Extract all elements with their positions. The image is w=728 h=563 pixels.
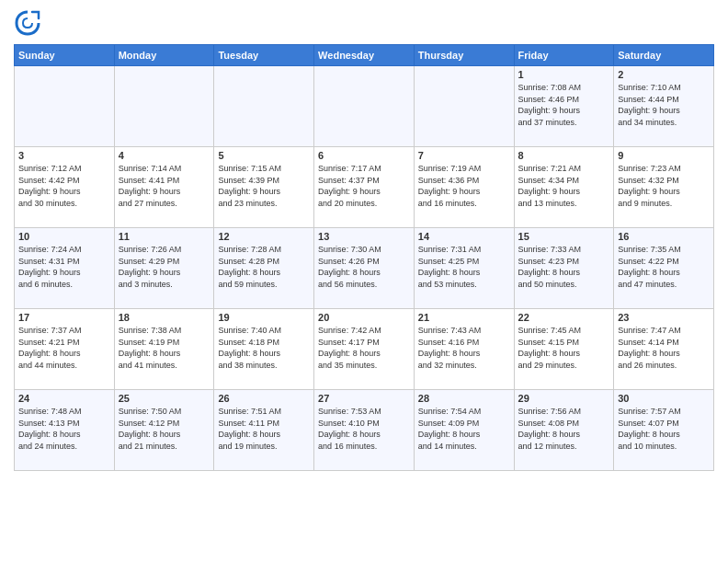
calendar-cell: 10Sunrise: 7:24 AM Sunset: 4:31 PM Dayli…: [15, 228, 115, 309]
calendar-cell: 23Sunrise: 7:47 AM Sunset: 4:14 PM Dayli…: [614, 309, 714, 390]
calendar-cell: 4Sunrise: 7:14 AM Sunset: 4:41 PM Daylig…: [114, 147, 214, 228]
day-number: 23: [618, 312, 710, 323]
day-number: 24: [18, 393, 110, 404]
day-number: 19: [218, 312, 310, 323]
weekday-header-thursday: Thursday: [414, 45, 514, 66]
calendar-cell: 27Sunrise: 7:53 AM Sunset: 4:10 PM Dayli…: [314, 390, 415, 471]
calendar-cell: 25Sunrise: 7:50 AM Sunset: 4:12 PM Dayli…: [114, 390, 214, 471]
day-info: Sunrise: 7:19 AM Sunset: 4:36 PM Dayligh…: [418, 163, 510, 209]
weekday-header-sunday: Sunday: [15, 45, 115, 66]
calendar-cell: 15Sunrise: 7:33 AM Sunset: 4:23 PM Dayli…: [514, 228, 614, 309]
header: [14, 9, 714, 37]
week-row-0: 1Sunrise: 7:08 AM Sunset: 4:46 PM Daylig…: [15, 66, 714, 147]
day-number: 20: [318, 312, 410, 323]
day-info: Sunrise: 7:35 AM Sunset: 4:22 PM Dayligh…: [618, 244, 710, 290]
day-number: 3: [18, 150, 110, 161]
day-info: Sunrise: 7:17 AM Sunset: 4:37 PM Dayligh…: [318, 163, 410, 209]
calendar-cell: 16Sunrise: 7:35 AM Sunset: 4:22 PM Dayli…: [614, 228, 714, 309]
calendar-cell: 3Sunrise: 7:12 AM Sunset: 4:42 PM Daylig…: [15, 147, 115, 228]
day-info: Sunrise: 7:38 AM Sunset: 4:19 PM Dayligh…: [119, 325, 210, 371]
day-number: 29: [518, 393, 610, 404]
logo-icon: [14, 9, 41, 37]
calendar-cell: 8Sunrise: 7:21 AM Sunset: 4:34 PM Daylig…: [514, 147, 614, 228]
day-info: Sunrise: 7:10 AM Sunset: 4:44 PM Dayligh…: [618, 82, 710, 128]
week-row-2: 10Sunrise: 7:24 AM Sunset: 4:31 PM Dayli…: [15, 228, 714, 309]
day-number: 9: [618, 150, 710, 161]
day-number: 2: [618, 69, 710, 80]
day-info: Sunrise: 7:33 AM Sunset: 4:23 PM Dayligh…: [518, 244, 610, 290]
day-info: Sunrise: 7:43 AM Sunset: 4:16 PM Dayligh…: [418, 325, 510, 371]
day-number: 28: [418, 393, 510, 404]
logo: [14, 9, 45, 37]
calendar: SundayMondayTuesdayWednesdayThursdayFrid…: [14, 44, 714, 471]
day-number: 8: [518, 150, 610, 161]
day-number: 25: [119, 393, 210, 404]
day-info: Sunrise: 7:23 AM Sunset: 4:32 PM Dayligh…: [618, 163, 710, 209]
day-info: Sunrise: 7:15 AM Sunset: 4:39 PM Dayligh…: [218, 163, 310, 209]
calendar-cell: 5Sunrise: 7:15 AM Sunset: 4:39 PM Daylig…: [214, 147, 314, 228]
day-info: Sunrise: 7:54 AM Sunset: 4:09 PM Dayligh…: [418, 406, 510, 452]
calendar-cell: 28Sunrise: 7:54 AM Sunset: 4:09 PM Dayli…: [414, 390, 514, 471]
calendar-cell: 11Sunrise: 7:26 AM Sunset: 4:29 PM Dayli…: [114, 228, 214, 309]
weekday-header-wednesday: Wednesday: [314, 45, 415, 66]
day-number: 1: [518, 69, 610, 80]
day-info: Sunrise: 7:45 AM Sunset: 4:15 PM Dayligh…: [518, 325, 610, 371]
day-info: Sunrise: 7:48 AM Sunset: 4:13 PM Dayligh…: [18, 406, 110, 452]
calendar-cell: 1Sunrise: 7:08 AM Sunset: 4:46 PM Daylig…: [514, 66, 614, 147]
calendar-cell: [114, 66, 214, 147]
calendar-cell: 22Sunrise: 7:45 AM Sunset: 4:15 PM Dayli…: [514, 309, 614, 390]
weekday-header-monday: Monday: [114, 45, 214, 66]
calendar-cell: 19Sunrise: 7:40 AM Sunset: 4:18 PM Dayli…: [214, 309, 314, 390]
day-number: 5: [218, 150, 310, 161]
day-info: Sunrise: 7:08 AM Sunset: 4:46 PM Dayligh…: [518, 82, 610, 128]
day-info: Sunrise: 7:57 AM Sunset: 4:07 PM Dayligh…: [618, 406, 710, 452]
day-info: Sunrise: 7:21 AM Sunset: 4:34 PM Dayligh…: [518, 163, 610, 209]
day-info: Sunrise: 7:42 AM Sunset: 4:17 PM Dayligh…: [318, 325, 410, 371]
day-number: 11: [119, 231, 210, 242]
calendar-cell: 2Sunrise: 7:10 AM Sunset: 4:44 PM Daylig…: [614, 66, 714, 147]
day-info: Sunrise: 7:24 AM Sunset: 4:31 PM Dayligh…: [18, 244, 110, 290]
calendar-cell: 24Sunrise: 7:48 AM Sunset: 4:13 PM Dayli…: [15, 390, 115, 471]
calendar-cell: 6Sunrise: 7:17 AM Sunset: 4:37 PM Daylig…: [314, 147, 415, 228]
calendar-cell: 18Sunrise: 7:38 AM Sunset: 4:19 PM Dayli…: [114, 309, 214, 390]
weekday-header-row: SundayMondayTuesdayWednesdayThursdayFrid…: [15, 45, 714, 66]
day-number: 12: [218, 231, 310, 242]
weekday-header-tuesday: Tuesday: [214, 45, 314, 66]
day-info: Sunrise: 7:37 AM Sunset: 4:21 PM Dayligh…: [18, 325, 110, 371]
calendar-cell: 17Sunrise: 7:37 AM Sunset: 4:21 PM Dayli…: [15, 309, 115, 390]
day-number: 14: [418, 231, 510, 242]
weekday-header-saturday: Saturday: [614, 45, 714, 66]
day-info: Sunrise: 7:50 AM Sunset: 4:12 PM Dayligh…: [119, 406, 210, 452]
day-number: 30: [618, 393, 710, 404]
day-number: 17: [18, 312, 110, 323]
day-number: 4: [119, 150, 210, 161]
page: SundayMondayTuesdayWednesdayThursdayFrid…: [0, 0, 728, 563]
day-number: 15: [518, 231, 610, 242]
day-number: 16: [618, 231, 710, 242]
calendar-cell: 14Sunrise: 7:31 AM Sunset: 4:25 PM Dayli…: [414, 228, 514, 309]
day-number: 22: [518, 312, 610, 323]
day-info: Sunrise: 7:28 AM Sunset: 4:28 PM Dayligh…: [218, 244, 310, 290]
week-row-3: 17Sunrise: 7:37 AM Sunset: 4:21 PM Dayli…: [15, 309, 714, 390]
day-info: Sunrise: 7:14 AM Sunset: 4:41 PM Dayligh…: [119, 163, 210, 209]
day-info: Sunrise: 7:31 AM Sunset: 4:25 PM Dayligh…: [418, 244, 510, 290]
calendar-cell: [214, 66, 314, 147]
day-info: Sunrise: 7:30 AM Sunset: 4:26 PM Dayligh…: [318, 244, 410, 290]
day-info: Sunrise: 7:53 AM Sunset: 4:10 PM Dayligh…: [318, 406, 410, 452]
week-row-4: 24Sunrise: 7:48 AM Sunset: 4:13 PM Dayli…: [15, 390, 714, 471]
day-number: 26: [218, 393, 310, 404]
day-info: Sunrise: 7:51 AM Sunset: 4:11 PM Dayligh…: [218, 406, 310, 452]
calendar-cell: [414, 66, 514, 147]
day-info: Sunrise: 7:47 AM Sunset: 4:14 PM Dayligh…: [618, 325, 710, 371]
calendar-cell: 29Sunrise: 7:56 AM Sunset: 4:08 PM Dayli…: [514, 390, 614, 471]
calendar-cell: 12Sunrise: 7:28 AM Sunset: 4:28 PM Dayli…: [214, 228, 314, 309]
calendar-cell: 13Sunrise: 7:30 AM Sunset: 4:26 PM Dayli…: [314, 228, 415, 309]
day-number: 7: [418, 150, 510, 161]
weekday-header-friday: Friday: [514, 45, 614, 66]
calendar-cell: [314, 66, 415, 147]
calendar-cell: 30Sunrise: 7:57 AM Sunset: 4:07 PM Dayli…: [614, 390, 714, 471]
calendar-cell: 20Sunrise: 7:42 AM Sunset: 4:17 PM Dayli…: [314, 309, 415, 390]
day-number: 27: [318, 393, 410, 404]
day-number: 21: [418, 312, 510, 323]
calendar-cell: 9Sunrise: 7:23 AM Sunset: 4:32 PM Daylig…: [614, 147, 714, 228]
